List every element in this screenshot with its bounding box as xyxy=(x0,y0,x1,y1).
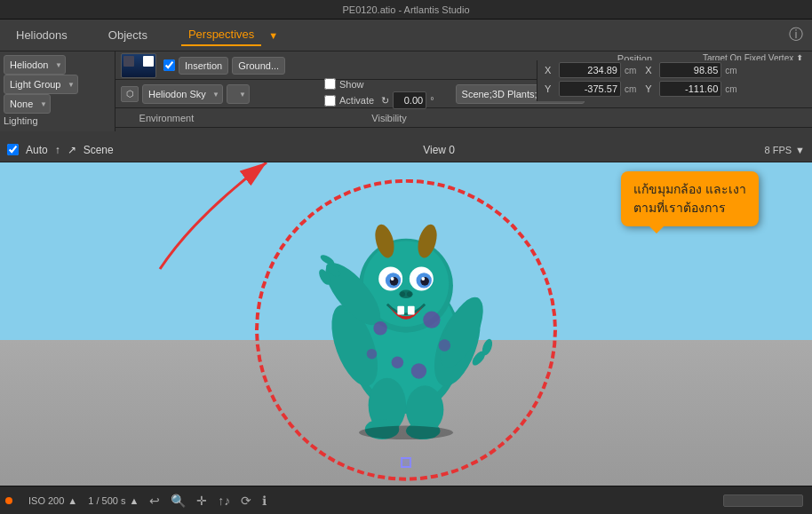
auto-checkbox[interactable] xyxy=(7,144,19,155)
rotate-icon: ↻ xyxy=(381,95,389,107)
rotation-input[interactable] xyxy=(393,91,426,109)
pos-x2-unit: cm xyxy=(725,66,736,75)
position-y-row: Y cm Y cm xyxy=(545,81,805,97)
info-icon[interactable]: ⓘ xyxy=(789,26,803,44)
move-icon[interactable]: ✛ xyxy=(196,494,207,508)
light-group-select-wrap[interactable]: Light Group xyxy=(4,75,78,94)
lighting-section-label: Lighting xyxy=(4,114,111,128)
forward-icon: ↗ xyxy=(68,144,76,156)
thumb-white xyxy=(143,56,154,67)
ground-button[interactable]: Ground... xyxy=(232,57,285,75)
environment-label: Environment xyxy=(139,113,195,123)
show-checkbox[interactable] xyxy=(324,78,336,90)
nav-perspectives[interactable]: Perspectives xyxy=(181,24,261,46)
show-row: Show xyxy=(324,78,434,90)
pos-y1-label: Y xyxy=(545,83,555,94)
up-arrow-icon: ↑ xyxy=(55,144,60,156)
svg-point-37 xyxy=(439,339,450,351)
titlebar: PE0120.atio - Artlantis Studio xyxy=(0,0,812,20)
heliodon-sky-wrap2[interactable] xyxy=(227,84,250,104)
exposure-display: 1 / 500 s ▲ xyxy=(88,495,139,506)
tooltip-bubble: แก้ขมุมกล้อง และเงาตามที่เราต้องการ xyxy=(621,171,759,226)
scene-label: Scene xyxy=(84,144,114,156)
svg-rect-17 xyxy=(397,306,404,315)
view-toolbar: Auto ↑ ↗ Scene View 0 8 FPS ▼ xyxy=(0,138,812,162)
statusbar: ISO 200 ▲ 1 / 500 s ▲ ↩ 🔍 ✛ ↑♪ ⟳ ℹ xyxy=(0,486,812,514)
svg-point-33 xyxy=(423,312,440,328)
labels-row: Lighting Environment Visibility xyxy=(0,108,812,128)
svg-point-13 xyxy=(421,277,425,281)
exposure-up-icon[interactable]: ▲ xyxy=(129,495,139,506)
undo-icon[interactable]: ↩ xyxy=(149,494,160,508)
pos-y2-unit: cm xyxy=(725,84,736,94)
top-navigation: Heliodons Objects Perspectives ▼ ⓘ xyxy=(0,20,812,51)
iso-up-icon[interactable]: ▲ xyxy=(68,495,77,506)
fps-display: 8 FPS ▼ xyxy=(765,145,805,155)
sound-icon[interactable]: ↑♪ xyxy=(218,494,230,508)
heliodon-sky-select[interactable]: Heliodon Sky xyxy=(142,84,223,104)
selection-indicator xyxy=(401,457,411,468)
svg-point-15 xyxy=(400,291,405,297)
view-label: View 0 xyxy=(423,144,455,156)
none-select-wrap[interactable]: None xyxy=(4,94,51,114)
iso-display: ISO 200 ▲ xyxy=(28,495,77,506)
svg-rect-18 xyxy=(408,306,415,315)
help-icon[interactable]: ℹ xyxy=(262,494,267,508)
heliodon-select[interactable]: Heliodon xyxy=(4,55,66,75)
activate-row: Activate ↻ ° xyxy=(324,91,434,109)
auto-label: Auto xyxy=(26,144,48,156)
heliodon-sky-select2[interactable] xyxy=(227,84,250,104)
pos-y1-input[interactable] xyxy=(559,81,621,97)
env-icon[interactable]: ⬡ xyxy=(121,86,139,102)
svg-point-36 xyxy=(367,349,378,360)
progress-bar xyxy=(723,494,803,507)
refresh-icon[interactable]: ⟳ xyxy=(241,494,251,508)
deg-label: ° xyxy=(430,95,434,106)
light-group-select[interactable]: Light Group xyxy=(4,75,78,94)
svg-point-12 xyxy=(391,277,394,281)
pos-x2-label: X xyxy=(645,65,656,75)
svg-point-38 xyxy=(359,426,453,439)
thumb-star xyxy=(123,56,134,67)
activate-checkbox[interactable] xyxy=(324,95,336,107)
pos-x1-unit: cm xyxy=(625,66,636,75)
nav-objects[interactable]: Objects xyxy=(101,25,155,45)
status-indicator-wrap xyxy=(9,492,18,510)
heliodon-select-wrap[interactable]: Heliodon xyxy=(4,55,66,75)
heliodon-sky-wrap[interactable]: Heliodon Sky xyxy=(142,84,223,104)
svg-point-32 xyxy=(373,321,386,335)
pos-y2-input[interactable] xyxy=(659,81,721,97)
sully-character xyxy=(317,209,495,439)
none-select[interactable]: None xyxy=(4,94,51,114)
pos-y2-label: Y xyxy=(645,83,656,94)
tooltip-text: แก้ขมุมกล้อง และเงาตามที่เราต้องการ xyxy=(633,182,746,215)
orange-dot-indicator xyxy=(5,497,12,504)
nav-heliodons[interactable]: Heliodons xyxy=(9,25,75,45)
pos-x1-label: X xyxy=(545,65,555,75)
fps-dropdown-icon[interactable]: ▼ xyxy=(795,145,805,155)
show-label: Show xyxy=(339,79,364,90)
position-x-row: X cm X cm xyxy=(545,62,805,78)
svg-point-16 xyxy=(407,291,412,297)
pos-x2-input[interactable] xyxy=(659,62,721,78)
thumbnail-preview xyxy=(121,53,156,78)
visibility-label: Visibility xyxy=(371,113,407,123)
exposure-value: 1 / 500 s xyxy=(88,495,125,506)
viewport[interactable]: แก้ขมุมกล้อง และเงาตามที่เราต้องการ xyxy=(0,162,812,486)
zoom-icon[interactable]: 🔍 xyxy=(171,494,186,508)
left-panel: Heliodon Light Group None Lighting xyxy=(0,51,115,131)
pos-x1-input[interactable] xyxy=(559,62,621,78)
iso-value: ISO 200 xyxy=(28,495,64,506)
activate-label: Activate xyxy=(339,95,374,106)
insertion-button[interactable]: Insertion xyxy=(179,57,228,75)
svg-point-35 xyxy=(411,363,426,378)
ground-checkbox[interactable] xyxy=(163,59,175,71)
fps-value: 8 FPS xyxy=(765,145,792,155)
pos-y1-unit: cm xyxy=(625,84,636,94)
red-arrow xyxy=(107,162,302,287)
nav-dropdown-icon[interactable]: ▼ xyxy=(268,30,278,41)
svg-point-34 xyxy=(392,357,403,368)
title-text: PE0120.atio - Artlantis Studio xyxy=(342,4,469,15)
